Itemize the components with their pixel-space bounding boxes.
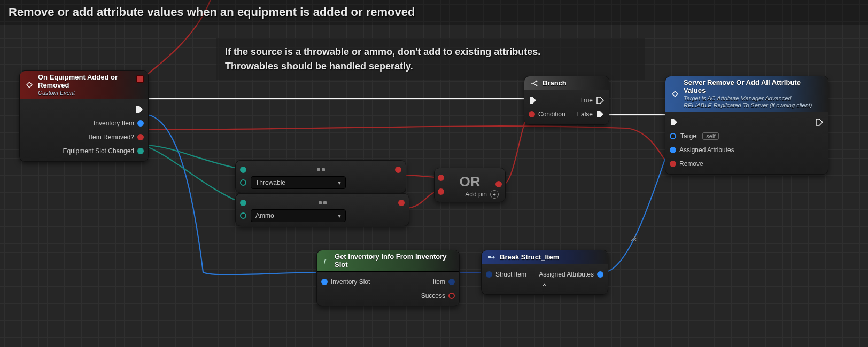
- svg-text:f: f: [324, 258, 327, 264]
- event-icon: [671, 90, 679, 98]
- pin-item-out[interactable]: [448, 279, 455, 285]
- pin-label: Inventory Item: [94, 120, 134, 127]
- node-header: f Get Inventory Info From Inventory Slot: [317, 250, 459, 272]
- pin-label: Success: [421, 292, 445, 299]
- section-title: Remove or add attribute values when an e…: [0, 0, 868, 25]
- pin-remove-in[interactable]: [670, 161, 676, 167]
- exec-out-true-pin[interactable]: [596, 96, 604, 105]
- pin-label: Inventory Slot: [331, 278, 370, 286]
- node-subtitle-1: Target is AC Attribute Manager Advanced: [684, 95, 823, 102]
- pin-label: False: [577, 111, 593, 118]
- pin-label: True: [580, 97, 593, 104]
- node-title: Server Remove Or Add All Attribute Value…: [684, 79, 823, 95]
- equal-icon: [319, 201, 327, 204]
- pin-inventory-slot[interactable]: [321, 279, 328, 285]
- pin-label: Item: [433, 278, 445, 286]
- add-pin-button[interactable]: Add pin +: [439, 190, 501, 199]
- node-custom-event[interactable]: On Equipment Added or Removed Custom Eve…: [19, 70, 149, 162]
- pin-label: Target: [680, 132, 698, 140]
- node-equal-enum-ammo[interactable]: Ammo ▾: [235, 193, 409, 226]
- pin-label: Equipment Slot Changed: [63, 147, 134, 155]
- pin-label: Assigned Attributes: [539, 271, 594, 278]
- delegate-pin[interactable]: [136, 75, 144, 83]
- exec-out-pin[interactable]: [815, 118, 824, 127]
- blueprint-canvas[interactable]: { "title": "Remove or add attribute valu…: [0, 0, 868, 347]
- exec-in-pin[interactable]: [529, 96, 537, 105]
- resize-grip-icon: [629, 234, 637, 242]
- node-boolean-or[interactable]: OR Add pin +: [434, 168, 506, 202]
- target-default-self: self: [702, 132, 719, 140]
- node-title: Break Struct_Item: [500, 254, 559, 262]
- add-pin-label: Add pin: [465, 191, 487, 198]
- enum-selector-ammo[interactable]: Ammo ▾: [251, 209, 346, 222]
- event-icon: [25, 81, 34, 89]
- pin-or-out[interactable]: [495, 181, 502, 187]
- node-title: Get Inventory Info From Inventory Slot: [335, 253, 454, 269]
- pin-success-out[interactable]: [448, 293, 455, 299]
- expand-struct-toggle[interactable]: ⌃: [486, 281, 603, 291]
- plus-icon: +: [490, 190, 499, 199]
- node-branch[interactable]: Branch True Condition False: [524, 76, 609, 125]
- pin-in-enum-a[interactable]: [240, 200, 246, 206]
- pin-out-bool[interactable]: [395, 167, 401, 173]
- comment-line-1: If the source is a throwable or ammo, do…: [225, 45, 637, 59]
- pin-assigned-attributes-out[interactable]: [597, 271, 603, 278]
- node-subtitle: Custom Event: [38, 90, 143, 97]
- chevron-down-icon: ▾: [338, 179, 341, 186]
- node-title: Branch: [542, 80, 567, 88]
- pin-inventory-item[interactable]: [137, 120, 144, 127]
- node-subtitle-2: RELIABLE Replicated To Server (if owning…: [684, 102, 823, 109]
- exec-out-false-pin[interactable]: [596, 110, 604, 119]
- section-title-text: Remove or add attribute values when an e…: [9, 5, 415, 19]
- svg-rect-3: [488, 256, 491, 258]
- pin-label: Condition: [538, 111, 565, 118]
- or-label: OR: [439, 171, 501, 190]
- pin-in-enum-b[interactable]: [240, 212, 246, 219]
- node-header: Server Remove Or Add All Attribute Value…: [665, 76, 828, 112]
- comment-block: If the source is a throwable or ammo, do…: [216, 38, 645, 80]
- svg-point-1: [536, 85, 538, 86]
- node-header: Branch: [524, 76, 609, 90]
- enum-selector-throwable[interactable]: Throwable ▾: [251, 176, 346, 189]
- pin-target[interactable]: [670, 133, 676, 139]
- pin-struct-item[interactable]: [486, 271, 492, 278]
- enum-selected-label: Throwable: [255, 179, 285, 186]
- pin-in-enum-b[interactable]: [240, 179, 246, 186]
- node-header: Break Struct_Item: [482, 250, 608, 264]
- pin-label: Struct Item: [495, 271, 526, 278]
- pin-or-in-b[interactable]: [438, 188, 444, 195]
- exec-in-pin[interactable]: [670, 118, 678, 127]
- function-icon: f: [322, 257, 330, 265]
- pin-condition[interactable]: [529, 111, 535, 117]
- pin-in-enum-a[interactable]: [240, 167, 246, 173]
- node-header: On Equipment Added or Removed Custom Eve…: [20, 71, 148, 99]
- pin-label: Assigned Attributes: [679, 146, 734, 154]
- pin-assigned-attributes-in[interactable]: [670, 147, 676, 153]
- node-break-struct-item[interactable]: Break Struct_Item Struct Item Assigned A…: [481, 250, 608, 295]
- node-get-inventory-info[interactable]: f Get Inventory Info From Inventory Slot…: [316, 250, 460, 306]
- pin-label: Item Removed?: [89, 133, 134, 141]
- pin-item-removed[interactable]: [137, 134, 144, 140]
- node-title: On Equipment Added or Removed: [38, 74, 143, 90]
- branch-icon: [530, 79, 538, 88]
- exec-out-pin[interactable]: [135, 105, 144, 114]
- node-equal-enum-throwable[interactable]: Throwable ▾: [235, 160, 406, 193]
- chevron-down-icon: ▾: [338, 212, 341, 219]
- svg-point-0: [536, 81, 538, 82]
- comment-line-2: Throwables should be handled seperatly.: [225, 59, 637, 74]
- pin-equipment-slot-changed[interactable]: [137, 148, 144, 154]
- equal-icon: [317, 168, 325, 171]
- pin-out-bool[interactable]: [398, 200, 405, 206]
- pin-label: Remove: [679, 160, 703, 168]
- node-server-remove-or-add[interactable]: Server Remove Or Add All Attribute Value…: [665, 76, 828, 175]
- break-struct-icon: [487, 253, 495, 262]
- enum-selected-label: Ammo: [255, 212, 274, 219]
- pin-or-in-a[interactable]: [438, 175, 444, 181]
